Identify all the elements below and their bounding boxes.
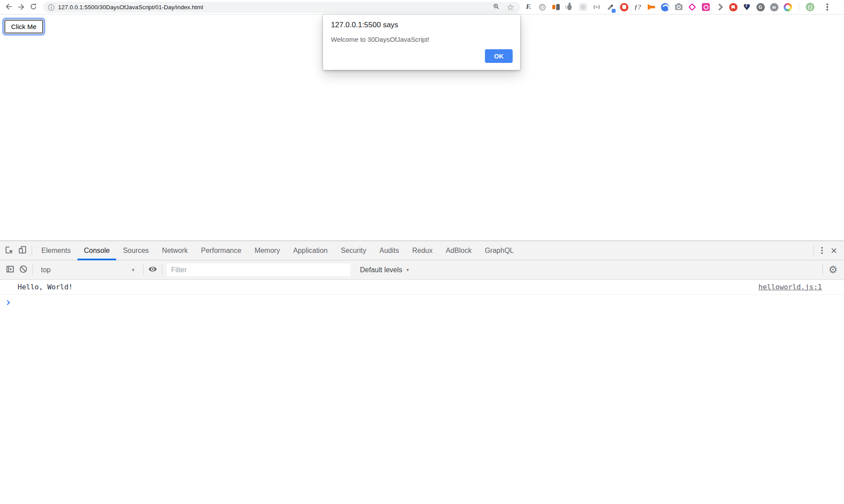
function-help-extension-icon[interactable]: ƒ? [633, 2, 642, 12]
browser-chrome: ⓘ 127.0.0.1:5500/30DaysOfJavaScript/01-D… [0, 0, 844, 15]
blue-swirl-extension-icon[interactable] [660, 2, 670, 12]
heart-search-extension-icon[interactable]: ♥ [742, 2, 752, 12]
tab-security[interactable]: Security [334, 241, 373, 260]
execution-context-selector[interactable]: top ▼ [36, 263, 140, 277]
bookmark-button[interactable]: ☆ [505, 2, 516, 12]
console-log-text: Hello, World! [18, 283, 73, 291]
toolbar-right-separator [822, 265, 823, 275]
console-settings-button[interactable]: ⚙ [826, 263, 840, 278]
toolbar-separator [143, 265, 143, 275]
toolbar-separator [33, 265, 33, 275]
megaphone-extension-icon[interactable] [646, 2, 656, 12]
click-me-button[interactable]: Click Me [4, 20, 43, 33]
disabled-extension-icon[interactable] [578, 2, 588, 12]
lens-extension-icon[interactable] [537, 2, 547, 12]
inspect-element-button[interactable] [3, 244, 16, 257]
tab-performance[interactable]: Performance [194, 241, 248, 260]
red-bookmark-extension-icon[interactable] [728, 2, 738, 12]
console-log-row: Hello, World! helloworld.js:1 [0, 280, 844, 295]
extensions-row: F. ƒ? ♥ G w {} [524, 2, 815, 12]
clear-console-button[interactable] [17, 263, 30, 277]
chevron-down-icon: ▼ [406, 268, 410, 272]
devtools-panel: Elements Console Sources Network Perform… [0, 241, 844, 504]
tab-memory[interactable]: Memory [248, 241, 286, 260]
kebab-dot [821, 252, 823, 254]
live-expression-button[interactable] [146, 263, 159, 277]
camera-extension-icon[interactable] [674, 2, 683, 12]
letter-g-extension-icon[interactable]: G [756, 2, 765, 12]
prompt-chevron-icon [5, 300, 10, 305]
console-toolbar: top ▼ Default levels ▼ ⚙ [0, 260, 844, 280]
browser-menu-button[interactable] [822, 2, 833, 12]
console-filter-input[interactable] [167, 263, 350, 276]
log-level-selector[interactable]: Default levels ▼ [357, 263, 412, 277]
kebab-dot [826, 9, 828, 11]
tabbar-right-separator [814, 245, 814, 256]
alert-ok-button[interactable]: OK [485, 49, 513, 63]
magnifier-plus-icon [492, 3, 500, 12]
back-arrow-icon [4, 2, 13, 12]
star-icon: ☆ [506, 3, 514, 11]
devtools-menu-button[interactable] [817, 245, 827, 256]
console-source-link[interactable]: helloworld.js:1 [759, 283, 822, 291]
pink-node-extension-icon[interactable] [687, 2, 697, 12]
close-icon: × [831, 245, 837, 256]
tab-adblock[interactable]: AdBlock [439, 241, 478, 260]
devtools-close-button[interactable]: × [827, 244, 840, 257]
tab-graphql[interactable]: GraphQL [478, 241, 521, 260]
zoom-button[interactable] [491, 2, 502, 12]
extensions-separator [799, 3, 799, 11]
tab-console[interactable]: Console [77, 241, 117, 260]
corner-arrows-extension-icon[interactable] [715, 2, 724, 12]
split-panels-extension-icon[interactable] [551, 2, 561, 12]
alert-title: 127.0.0.1:5500 says [331, 21, 512, 29]
gear-icon: ⚙ [829, 264, 838, 275]
bug-extension-icon[interactable] [565, 2, 574, 12]
reload-icon [29, 2, 38, 12]
inspect-cursor-icon [4, 245, 14, 256]
json-viewer-extension-icon[interactable]: {} [805, 2, 815, 12]
console-prompt[interactable] [0, 295, 844, 310]
kebab-dot [826, 6, 828, 8]
log-level-label: Default levels [360, 266, 402, 274]
tab-audits[interactable]: Audits [373, 241, 405, 260]
tab-sources[interactable]: Sources [116, 241, 155, 260]
console-sidebar-toggle-button[interactable] [4, 263, 17, 277]
tab-network[interactable]: Network [155, 241, 194, 260]
color-ring-extension-icon[interactable] [783, 2, 793, 12]
color-picker-extension-icon[interactable] [605, 2, 615, 12]
sidebar-play-icon [5, 264, 15, 275]
kebab-dot [821, 250, 823, 252]
url-bar[interactable]: ⓘ 127.0.0.1:5500/30DaysOfJavaScript/01-D… [43, 2, 520, 13]
site-info-icon[interactable]: ⓘ [48, 4, 55, 11]
tab-elements[interactable]: Elements [35, 241, 77, 260]
font-tool-extension-icon[interactable]: F. [524, 2, 533, 12]
devtools-tabbar: Elements Console Sources Network Perform… [0, 241, 844, 260]
tab-application[interactable]: Application [286, 241, 334, 260]
alert-message: Welcome to 30DaysOfJavaScript! [331, 36, 512, 43]
url-text: 127.0.0.1:5500/30DaysOfJavaScript/01-Day… [58, 4, 488, 11]
forward-arrow-icon [17, 3, 26, 11]
back-button[interactable] [3, 1, 15, 13]
tab-redux[interactable]: Redux [406, 241, 439, 260]
forward-button[interactable] [15, 1, 27, 13]
dash-circle-extension-icon[interactable] [592, 2, 602, 12]
clear-console-icon [18, 264, 28, 275]
eye-icon [148, 264, 158, 275]
pink-gear-extension-icon[interactable] [701, 2, 711, 12]
alert-dialog: 127.0.0.1:5500 says Welcome to 30DaysOfJ… [323, 15, 520, 70]
tabbar-separator [32, 245, 32, 256]
wave-extension-icon[interactable]: w [769, 2, 779, 12]
device-toolbar-button[interactable] [16, 244, 29, 257]
kebab-dot [821, 247, 823, 249]
kebab-dot [826, 4, 828, 5]
reload-button[interactable] [27, 1, 40, 13]
toolbar-separator [162, 265, 162, 275]
context-label: top [41, 266, 51, 274]
chevron-down-icon: ▼ [131, 268, 135, 272]
device-toolbar-icon [18, 245, 27, 256]
stop-hand-extension-icon[interactable] [619, 2, 629, 12]
